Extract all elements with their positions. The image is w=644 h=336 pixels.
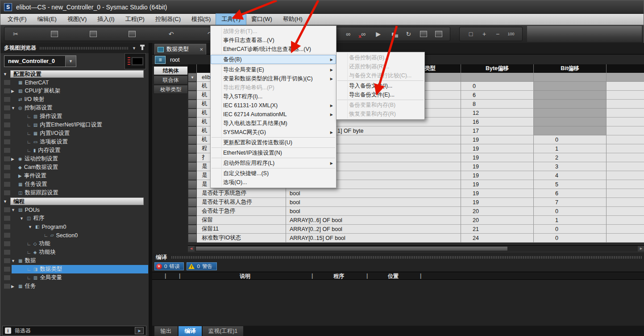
menu-bar-item[interactable]: 窗口(W) bbox=[246, 14, 278, 25]
bottom-tab[interactable]: 编译 bbox=[179, 326, 202, 336]
column-program[interactable]: 程序 bbox=[333, 273, 344, 280]
menu-item[interactable]: IEC 62714 AutomationML▶ bbox=[211, 110, 336, 119]
menu-bar-item[interactable]: 视图(V) bbox=[62, 14, 92, 25]
menu-item[interactable]: 导出全局变量(E)▶ bbox=[211, 65, 336, 74]
row-selector[interactable] bbox=[188, 180, 197, 189]
tree-item[interactable]: ▼◎控制器设置 bbox=[0, 104, 148, 112]
table-row[interactable]: 保留ARRAY[0..6] OF bool201 bbox=[188, 216, 644, 225]
menu-bar-item[interactable]: 工程(P) bbox=[120, 14, 150, 25]
side-tab[interactable]: 枚举类型 bbox=[154, 85, 188, 94]
tree-item[interactable]: ▼▦数据 bbox=[0, 256, 148, 265]
dropdown-button[interactable]: ▼ bbox=[65, 56, 76, 67]
menu-item[interactable]: EtherCAT诊断/统计信息查看器...(V) bbox=[211, 45, 336, 54]
glasses-icon[interactable]: ∞ bbox=[343, 29, 353, 38]
tree-item[interactable]: ◆Cam数据设置 bbox=[0, 163, 148, 172]
pin-icon[interactable] bbox=[141, 46, 143, 50]
tree-item[interactable]: ∟▭选项板设置 bbox=[0, 138, 148, 146]
tree-section[interactable]: ▼配置和设置 bbox=[0, 70, 148, 78]
scroll-right-button[interactable]: ► bbox=[638, 246, 644, 252]
column-description[interactable]: 说明 bbox=[240, 273, 250, 280]
header-byte-offset[interactable]: Byte偏移 bbox=[461, 64, 534, 73]
scrollbar-thumb[interactable] bbox=[195, 246, 508, 251]
tree-item[interactable]: ▼▤POUs bbox=[0, 206, 148, 214]
submenu-item[interactable]: 导入备份文件(I)... bbox=[337, 81, 424, 90]
menu-item[interactable]: 备份(B)▶ bbox=[211, 55, 336, 64]
cut-icon[interactable]: ✂ bbox=[11, 29, 21, 38]
scroll-left-button[interactable]: ◄ bbox=[188, 246, 195, 252]
sidebar-splitter[interactable] bbox=[149, 43, 152, 336]
row-selector[interactable] bbox=[188, 234, 197, 243]
menu-item[interactable]: 自定义快捷键...(S) bbox=[211, 169, 336, 178]
error-badge[interactable]: × 0 错误 bbox=[154, 262, 184, 270]
menu-bar-item[interactable]: 模拟(S) bbox=[186, 14, 216, 25]
tree-item[interactable]: ▼◧Program0 bbox=[0, 223, 148, 231]
menu-item[interactable]: 变量和数据类型的注释(用于切换)(C)▶ bbox=[211, 74, 336, 83]
menu-bar-item[interactable]: 插入(I) bbox=[92, 14, 120, 25]
zoom-in-icon[interactable]: + bbox=[479, 29, 489, 38]
tree-item[interactable]: ⇄I/O 映射 bbox=[0, 95, 148, 104]
expander-icon[interactable]: ▶ bbox=[11, 284, 14, 289]
table-row[interactable]: 是否处于系统急停bool196 bbox=[188, 189, 644, 198]
menu-bar-item[interactable]: 控制器(C) bbox=[150, 14, 186, 25]
controller-dropdown[interactable]: new_Controller_0 ▼ bbox=[4, 55, 76, 67]
monitor-down-icon[interactable] bbox=[419, 29, 428, 38]
menu-bar-item[interactable]: 文件(F) bbox=[2, 14, 32, 25]
header-bit-offset[interactable]: Bit偏移 bbox=[534, 64, 607, 73]
tab-data-types[interactable]: 数据类型 × bbox=[154, 44, 206, 55]
stop-icon[interactable]: ■ bbox=[389, 29, 399, 38]
monitor-up-icon[interactable] bbox=[434, 29, 444, 38]
filter-bar[interactable]: i 筛选器 ➤ bbox=[2, 326, 146, 336]
paste-icon[interactable] bbox=[88, 29, 98, 38]
menu-item[interactable]: 选项(O)... bbox=[211, 178, 336, 187]
table-row[interactable]: 保留11ARRAY[0..2] OF bool210 bbox=[188, 225, 644, 234]
row-selector[interactable] bbox=[188, 91, 197, 100]
tree-item[interactable]: ∟◇功能 bbox=[0, 239, 148, 248]
delete-icon[interactable] bbox=[127, 29, 137, 38]
table-row[interactable]: 标准数字IO状态ARRAY[0..15] OF bool240 bbox=[188, 234, 644, 243]
tree-item[interactable]: ▼◫程序 bbox=[0, 214, 148, 223]
expander-icon[interactable]: ▼ bbox=[3, 199, 7, 204]
row-selector[interactable] bbox=[188, 171, 197, 180]
tree-item[interactable]: ▦任务设置 bbox=[0, 180, 148, 189]
menu-item[interactable]: 事件日志查看器...(V) bbox=[211, 36, 336, 45]
filter-pin-icon[interactable]: ➤ bbox=[135, 327, 144, 334]
tree-item[interactable]: ◫数据跟踪设置 bbox=[0, 189, 148, 197]
row-selector[interactable] bbox=[188, 118, 197, 126]
tree-item[interactable]: ∟▱Section0 bbox=[0, 231, 148, 239]
undo-icon[interactable]: ↶ bbox=[166, 29, 176, 38]
expander-icon[interactable]: ▼ bbox=[20, 216, 24, 221]
menu-item[interactable]: 导入ST程序(I)... bbox=[211, 92, 336, 101]
row-selector[interactable] bbox=[188, 225, 197, 234]
play-icon[interactable]: ▶ bbox=[374, 29, 383, 38]
tree-item[interactable]: ▦EtherCAT bbox=[0, 78, 148, 87]
tree-item[interactable]: ∟▥操作设置 bbox=[0, 112, 148, 121]
row-selector[interactable] bbox=[188, 198, 197, 207]
tree-item[interactable]: ▶▧CPU/扩展机架 bbox=[0, 87, 148, 95]
tree-item[interactable]: ▶事件设置 bbox=[0, 172, 148, 180]
menu-item[interactable]: 启动外部应用程序(L)▶ bbox=[211, 159, 336, 168]
menu-item[interactable]: 更新配置和设置传送数据(U) bbox=[211, 138, 336, 147]
row-selector[interactable] bbox=[188, 135, 197, 144]
tree-item[interactable]: ∟◈功能块 bbox=[0, 248, 148, 256]
menu-bar-item[interactable]: 帮助(H) bbox=[278, 14, 308, 25]
zoom-100-icon[interactable]: 100 bbox=[506, 29, 516, 38]
row-selector[interactable] bbox=[188, 162, 197, 171]
chevron-down-icon[interactable]: ▼ bbox=[132, 46, 136, 50]
tree-item[interactable]: ∟▥全局变量 bbox=[0, 273, 148, 282]
expander-icon[interactable]: ▼ bbox=[11, 208, 15, 212]
warning-badge[interactable]: 0 警告 bbox=[187, 262, 216, 270]
row-selector[interactable] bbox=[188, 126, 197, 135]
table-row[interactable]: 是否处于机器人急停bool197 bbox=[188, 198, 644, 207]
tree-item[interactable]: ∟▦内置I/O设置 bbox=[0, 129, 148, 138]
tree-item[interactable]: ∟▮内存设置 bbox=[0, 146, 148, 155]
row-selector[interactable] bbox=[188, 109, 197, 118]
expander-icon[interactable]: ▶ bbox=[11, 89, 14, 93]
tree-section[interactable]: ▼编程 bbox=[0, 197, 148, 206]
tree-item[interactable]: ∟▤内置EtherNet/IP端口设置 bbox=[0, 121, 148, 129]
glasses-x-icon[interactable]: ∞ bbox=[358, 29, 368, 38]
expander-icon[interactable]: ▼ bbox=[11, 106, 15, 110]
menu-bar-item[interactable]: 工具(T) bbox=[216, 14, 246, 25]
side-tab[interactable]: 结构体 bbox=[154, 66, 188, 75]
fit-icon[interactable]: □ bbox=[466, 29, 476, 38]
bottom-tab[interactable]: 监视(工程)1 bbox=[203, 326, 243, 336]
